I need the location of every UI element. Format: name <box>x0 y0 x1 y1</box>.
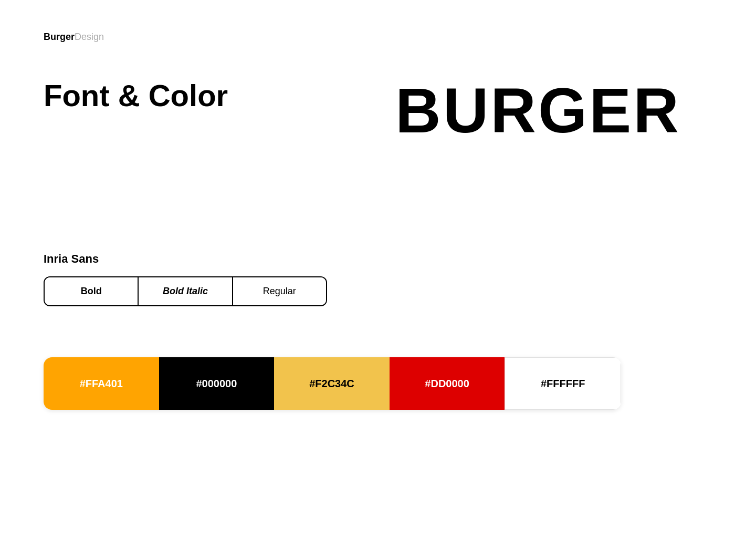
color-swatch-red[interactable]: #DD0000 <box>390 357 505 410</box>
color-swatch-gold[interactable]: #FFA401 <box>44 357 159 410</box>
color-swatch-white[interactable]: #FFFFFF <box>505 357 621 410</box>
breadcrumb: Burger Design <box>44 32 104 43</box>
font-variants-group: Bold Bold Italic Regular <box>44 276 327 306</box>
color-swatch-yellow[interactable]: #F2C34C <box>274 357 390 410</box>
color-palette: #FFA401 #000000 #F2C34C #DD0000 #FFFFFF <box>44 357 621 410</box>
font-section: Inria Sans Bold Bold Italic Regular <box>44 252 327 306</box>
font-variant-bold[interactable]: Bold <box>45 277 139 305</box>
brand-name: Burger <box>44 32 75 43</box>
font-name-label: Inria Sans <box>44 252 327 266</box>
burger-logo-text: BURGER <box>395 79 681 142</box>
color-swatch-black[interactable]: #000000 <box>159 357 275 410</box>
section-name: Design <box>75 32 104 43</box>
font-variant-regular[interactable]: Regular <box>233 277 326 305</box>
color-palette-section: #FFA401 #000000 #F2C34C #DD0000 #FFFFFF <box>44 357 712 410</box>
font-variant-bold-italic[interactable]: Bold Italic <box>139 277 233 305</box>
main-content-area: Font & Color BURGER <box>0 79 756 142</box>
page-title: Font & Color <box>44 79 228 112</box>
